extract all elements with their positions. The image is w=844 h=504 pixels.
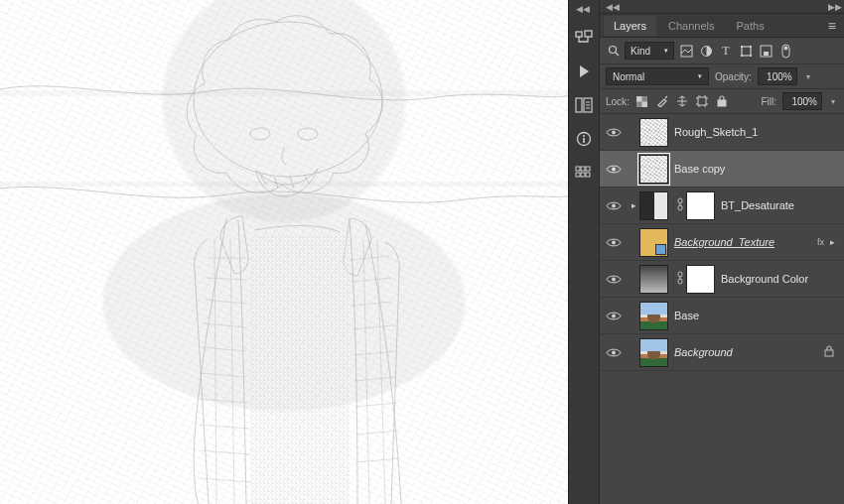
fx-label: fx xyxy=(817,237,824,247)
layer-thumbnail[interactable] xyxy=(639,338,668,367)
svg-rect-25 xyxy=(741,46,743,48)
visibility-toggle-icon[interactable] xyxy=(600,200,628,211)
opacity-label: Opacity: xyxy=(715,71,752,82)
filter-pixel-icon[interactable] xyxy=(678,43,694,59)
layer-row[interactable]: Background Color xyxy=(600,261,844,298)
layer-row[interactable]: Rough_Sketch_1 xyxy=(600,114,844,151)
filter-kind-select[interactable]: Kind ▾ xyxy=(625,42,674,60)
filter-shape-icon[interactable] xyxy=(738,43,754,59)
svg-rect-36 xyxy=(698,97,706,105)
opacity-input[interactable]: 100% xyxy=(758,67,797,85)
svg-point-2 xyxy=(298,128,318,140)
layer-thumbnail[interactable] xyxy=(639,228,668,257)
document-canvas[interactable] xyxy=(0,0,568,504)
tab-layers[interactable]: Layers xyxy=(604,16,656,36)
link-icon xyxy=(674,197,686,213)
svg-rect-28 xyxy=(750,55,752,57)
svg-rect-34 xyxy=(636,96,642,102)
svg-rect-8 xyxy=(576,32,582,37)
mask-thumbnail[interactable] xyxy=(686,191,715,220)
blend-mode-value: Normal xyxy=(613,71,644,82)
lock-icon xyxy=(824,345,838,359)
layer-thumbnail[interactable] xyxy=(639,302,668,330)
svg-rect-26 xyxy=(750,46,752,48)
visibility-toggle-icon[interactable] xyxy=(600,237,628,248)
visibility-toggle-icon[interactable] xyxy=(600,127,628,138)
svg-rect-37 xyxy=(718,100,726,106)
fill-input[interactable]: 100% xyxy=(782,92,822,110)
svg-rect-15 xyxy=(576,167,580,171)
layer-name[interactable]: Rough_Sketch_1 xyxy=(674,126,758,138)
layer-row[interactable]: Base copy xyxy=(600,151,844,188)
svg-point-21 xyxy=(609,47,616,54)
tab-channels[interactable]: Channels xyxy=(658,16,724,36)
filter-type-icon[interactable]: T xyxy=(718,43,734,59)
layer-row[interactable]: Background_Texture fx ▸ xyxy=(600,224,844,261)
layer-name[interactable]: Background_Texture xyxy=(674,236,774,248)
svg-rect-16 xyxy=(581,167,585,171)
layer-name[interactable]: BT_Desaturate xyxy=(721,199,794,211)
svg-point-32 xyxy=(783,46,787,50)
visibility-toggle-icon[interactable] xyxy=(600,311,628,321)
collapse-right-icon[interactable]: ▶▶ xyxy=(828,2,838,12)
svg-rect-35 xyxy=(642,101,648,107)
layer-thumbnail[interactable] xyxy=(639,155,668,184)
svg-rect-3 xyxy=(250,234,350,504)
collapse-left-icon[interactable]: ◀◀ xyxy=(606,2,616,12)
svg-rect-27 xyxy=(741,55,743,57)
svg-rect-14 xyxy=(583,138,585,143)
layer-thumbnail[interactable] xyxy=(639,265,668,294)
info-icon[interactable] xyxy=(574,129,594,149)
filter-kind-label: Kind xyxy=(631,46,650,57)
lock-row: Lock: Fill: 100% ▾ xyxy=(600,89,844,114)
lock-position-icon[interactable] xyxy=(675,94,689,108)
svg-point-44 xyxy=(612,277,616,281)
panel-menu-icon[interactable]: ≡ xyxy=(828,19,844,33)
lock-pixels-icon[interactable] xyxy=(655,94,669,108)
filter-toggle-icon[interactable] xyxy=(777,43,793,59)
fill-value: 100% xyxy=(791,96,817,107)
layer-name[interactable]: Base copy xyxy=(674,163,725,175)
opacity-chevron-icon[interactable]: ▾ xyxy=(803,72,813,81)
layer-name[interactable]: Base xyxy=(674,310,699,321)
svg-point-38 xyxy=(612,130,616,134)
layer-row[interactable]: ▸ BT_Desaturate xyxy=(600,188,844,224)
blend-mode-select[interactable]: Normal ▾ xyxy=(606,67,709,85)
link-icon xyxy=(674,271,686,287)
adjustment-thumbnail[interactable] xyxy=(639,191,668,220)
blend-row: Normal ▾ Opacity: 100% ▾ xyxy=(600,64,844,89)
lock-artboard-icon[interactable] xyxy=(695,94,709,108)
svg-point-13 xyxy=(583,135,585,137)
mask-thumbnail[interactable] xyxy=(686,265,715,294)
visibility-toggle-icon[interactable] xyxy=(600,274,628,285)
lock-label: Lock: xyxy=(606,96,630,107)
svg-rect-19 xyxy=(581,173,585,177)
visibility-toggle-icon[interactable] xyxy=(600,347,628,358)
play-icon[interactable] xyxy=(574,62,594,81)
swatches-icon[interactable] xyxy=(574,163,594,183)
fill-chevron-icon[interactable]: ▾ xyxy=(828,97,838,106)
svg-point-47 xyxy=(612,314,616,317)
layer-name[interactable]: Background xyxy=(674,346,733,358)
opacity-value: 100% xyxy=(767,71,792,82)
svg-rect-18 xyxy=(576,173,580,177)
filter-adjustment-icon[interactable] xyxy=(698,43,714,59)
lock-all-icon[interactable] xyxy=(715,94,729,108)
layer-row[interactable]: Base xyxy=(600,298,844,334)
lock-transparency-icon[interactable] xyxy=(635,94,649,108)
collapse-left-icon[interactable]: ◀◀ xyxy=(573,4,593,14)
fx-expand-icon[interactable]: ▸ xyxy=(826,237,838,247)
visibility-toggle-icon[interactable] xyxy=(600,164,628,175)
svg-rect-24 xyxy=(742,47,751,56)
properties-icon[interactable] xyxy=(574,95,594,115)
svg-point-0 xyxy=(194,22,382,177)
layer-thumbnail[interactable] xyxy=(639,118,668,147)
layer-name[interactable]: Background Color xyxy=(721,273,808,285)
filter-smart-icon[interactable] xyxy=(758,43,774,59)
layer-row[interactable]: Background xyxy=(600,334,844,371)
history-icon[interactable] xyxy=(574,28,594,48)
tab-paths[interactable]: Paths xyxy=(727,16,774,36)
expand-arrow-icon[interactable]: ▸ xyxy=(628,200,639,210)
filter-search-icon[interactable] xyxy=(606,44,621,59)
svg-point-48 xyxy=(612,350,616,354)
